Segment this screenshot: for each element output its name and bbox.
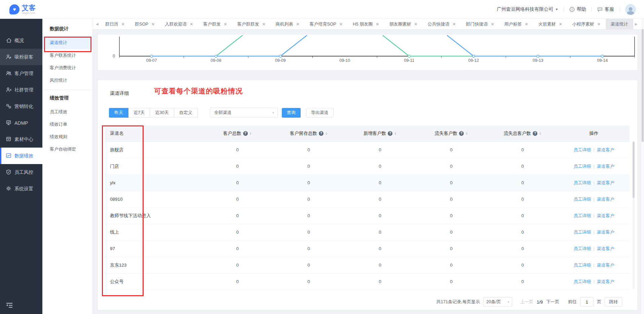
sort-icon[interactable]: ▲▼ [539, 132, 541, 135]
table-scrollbar-thumb[interactable] [633, 142, 635, 198]
submenu-item-绩效订单[interactable]: 绩效订单 [42, 118, 92, 130]
prev-page-button[interactable]: 上一页 [520, 299, 533, 305]
sidebar-item-系统设置[interactable]: 系统设置 [0, 181, 42, 197]
close-icon[interactable]: ✕ [224, 22, 227, 27]
value-cell: 0 [202, 240, 273, 257]
share-icon [6, 103, 11, 110]
action-link-渠道客户[interactable]: 渠道客户 [597, 213, 614, 218]
range-button-近30天[interactable]: 近30天 [150, 108, 174, 118]
action-link-员工详细[interactable]: 员工详细 [573, 164, 591, 169]
tab-客户群群发[interactable]: 客户群群发✕ [232, 19, 270, 30]
action-link-员工详细[interactable]: 员工详细 [573, 197, 591, 202]
close-icon[interactable]: ✕ [262, 22, 265, 27]
submenu-item-绩效规则[interactable]: 绩效规则 [42, 130, 92, 143]
action-link-员工详细[interactable]: 员工详细 [573, 180, 591, 185]
page-size-select[interactable]: 20条/页 ▾ [483, 297, 512, 307]
action-link-员工详细[interactable]: 员工详细 [573, 246, 591, 251]
jump-button[interactable]: 跳转 [605, 297, 622, 307]
next-page-button[interactable]: 下一页 [546, 299, 559, 305]
help-icon[interactable]: ? [243, 131, 248, 136]
channel-select[interactable]: 全部渠道 ▾ [210, 108, 278, 118]
sidebar-item-概况[interactable]: 概况 [0, 32, 42, 49]
sort-icon[interactable]: ▲▼ [325, 132, 328, 135]
submenu-item-客户联系统计[interactable]: 客户联系统计 [42, 49, 92, 62]
action-link-渠道客户[interactable]: 渠道客户 [597, 180, 614, 185]
tab-公共快捷语[interactable]: 公共快捷语✕ [422, 19, 461, 30]
sidebar-item-营销转化[interactable]: 营销转化 [0, 98, 42, 115]
sidebar-collapse-icon[interactable] [6, 303, 13, 309]
action-link-渠道客户[interactable]: 渠道客户 [597, 263, 614, 268]
goto-page-input[interactable] [580, 297, 594, 307]
tabs-scroll-right-icon[interactable]: ▶ [633, 22, 639, 26]
help-button[interactable]: 帮助 [569, 6, 586, 12]
action-link-员工详细[interactable]: 员工详细 [573, 279, 591, 284]
close-icon[interactable]: ✕ [339, 22, 343, 27]
close-icon[interactable]: ✕ [452, 22, 456, 27]
tab-渠道统计[interactable]: 渠道统计 [606, 19, 633, 30]
tab-群日历[interactable]: 群日历✕ [100, 19, 130, 30]
query-button[interactable]: 查询 [282, 108, 301, 118]
submenu-item-渠道统计[interactable]: 渠道统计 [42, 36, 92, 49]
user-avatar[interactable] [625, 4, 636, 15]
close-icon[interactable]: ✕ [491, 22, 494, 27]
close-icon[interactable]: ✕ [414, 22, 417, 27]
sidebar-item-素材中心[interactable]: 素材中心 [0, 131, 42, 148]
sidebar-item-客户管理[interactable]: 客户管理 [0, 65, 42, 82]
tab-用户标签[interactable]: 用户标签✕ [499, 19, 533, 30]
export-channel-button[interactable]: 导出渠道 [306, 108, 334, 118]
sidebar-item-吸粉获客[interactable]: 吸粉获客 [0, 49, 42, 65]
sidebar-item-ADMP[interactable]: ADMP [0, 115, 42, 131]
close-icon[interactable]: ✕ [597, 22, 601, 27]
tab-商机列表[interactable]: 商机列表✕ [270, 19, 304, 30]
tab-入群欢迎语[interactable]: 入群欢迎语✕ [160, 19, 198, 30]
action-link-员工详细[interactable]: 员工详细 [573, 213, 591, 218]
submenu-item-风控统计[interactable]: 风控统计 [42, 74, 92, 86]
tab-群SOP[interactable]: 群SOP✕ [130, 19, 160, 30]
tab-小程序素材[interactable]: 小程序素材✕ [567, 19, 606, 30]
close-icon[interactable]: ✕ [151, 22, 155, 27]
range-button-近7天[interactable]: 近7天 [128, 108, 150, 118]
close-icon[interactable]: ✕ [121, 22, 125, 27]
sidebar-item-员工风控[interactable]: 员工风控 [0, 164, 42, 181]
tabs-scroll-left-icon[interactable]: ◀ [94, 22, 100, 26]
sidebar-item-社群管理[interactable]: 社群管理 [0, 82, 42, 98]
submenu-item-客户消费统计[interactable]: 客户消费统计 [42, 62, 92, 74]
action-link-渠道客户[interactable]: 渠道客户 [597, 230, 614, 235]
submenu-item-客户自动绑定[interactable]: 客户自动绑定 [42, 143, 92, 155]
tab-部门快捷语[interactable]: 部门快捷语✕ [461, 19, 499, 30]
action-link-渠道客户[interactable]: 渠道客户 [597, 197, 614, 202]
window-scrollbar-thumb[interactable] [642, 29, 644, 142]
tab-H5 朋友圈[interactable]: H5 朋友圈✕ [348, 19, 384, 30]
sort-icon[interactable]: ▲▼ [465, 132, 468, 135]
sidebar-item-label: 概况 [14, 38, 24, 44]
tab-客户群发[interactable]: 客户群发✕ [198, 19, 232, 30]
help-icon[interactable]: ? [319, 131, 324, 136]
help-icon[interactable]: ? [533, 131, 537, 136]
range-button-昨天[interactable]: 昨天 [109, 108, 128, 118]
action-link-渠道客户[interactable]: 渠道客户 [597, 164, 614, 169]
sort-icon[interactable]: ▲▼ [394, 132, 396, 135]
customer-service-button[interactable]: 客服 [597, 6, 614, 12]
sidebar-item-数据绩效[interactable]: 数据绩效 [0, 148, 42, 164]
tab-火箭素材[interactable]: 火箭素材✕ [533, 19, 567, 30]
app-logo[interactable]: ♥ 艾客 aagan.com [9, 4, 36, 14]
company-selector[interactable]: 广州壹豆网络科技有限公司 ▼ [497, 6, 558, 12]
close-icon[interactable]: ✕ [190, 22, 193, 27]
action-link-渠道客户[interactable]: 渠道客户 [597, 279, 614, 284]
action-link-员工详细[interactable]: 员工详细 [573, 263, 591, 268]
close-icon[interactable]: ✕ [296, 22, 299, 27]
tab-客户培育SOP[interactable]: 客户培育SOP✕ [305, 19, 348, 30]
close-icon[interactable]: ✕ [525, 22, 528, 27]
submenu-item-员工绩效[interactable]: 员工绩效 [42, 106, 92, 118]
sort-icon[interactable]: ▲▼ [250, 132, 252, 135]
range-button-自定义[interactable]: 自定义 [174, 108, 198, 118]
tab-朋友圈素材[interactable]: 朋友圈素材✕ [384, 19, 422, 30]
action-link-渠道客户[interactable]: 渠道客户 [597, 147, 614, 152]
action-link-员工详细[interactable]: 员工详细 [573, 230, 591, 235]
close-icon[interactable]: ✕ [376, 22, 379, 27]
help-icon[interactable]: ? [459, 131, 464, 136]
action-link-员工详细[interactable]: 员工详细 [573, 147, 591, 152]
help-icon[interactable]: ? [388, 131, 392, 136]
action-link-渠道客户[interactable]: 渠道客户 [597, 246, 614, 251]
close-icon[interactable]: ✕ [559, 22, 562, 27]
